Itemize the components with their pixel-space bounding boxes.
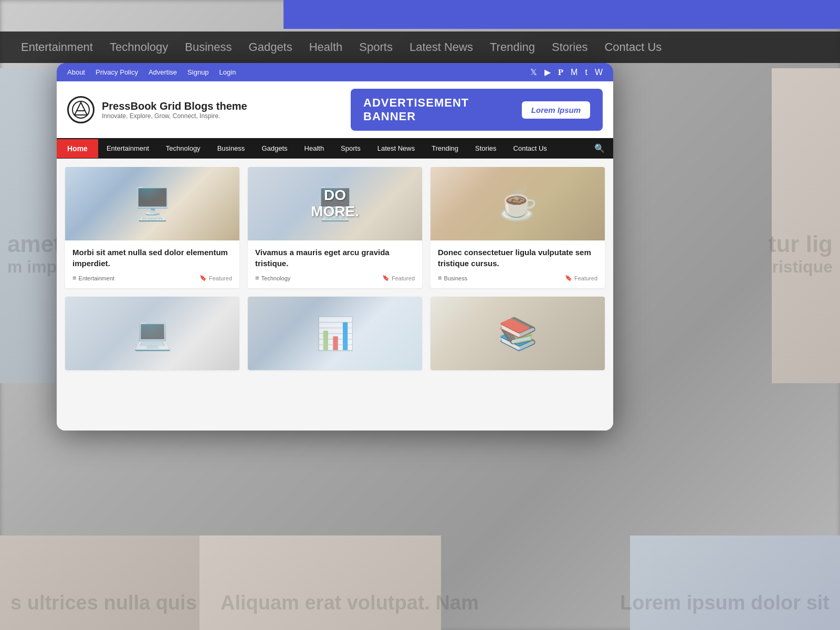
nav-contact-us[interactable]: Contact Us	[505, 139, 555, 158]
wordpress-icon[interactable]: W	[595, 68, 603, 77]
social-links: 𝕏 ▶ 𝐏 M t W	[530, 67, 603, 77]
nav-home[interactable]: Home	[57, 139, 98, 158]
nav-sports[interactable]: Sports	[332, 139, 369, 158]
nav-business[interactable]: Business	[209, 139, 254, 158]
card-1-title: Morbi sit amet nulla sed dolor elementum…	[72, 247, 232, 269]
card-4-image	[65, 297, 239, 370]
bg-bottom-mid	[200, 536, 441, 630]
bg-bottom-text2: Aliquam erat volutpat. Nam	[220, 592, 479, 614]
card-1-image	[65, 167, 239, 240]
pinterest-icon[interactable]: 𝐏	[558, 68, 563, 77]
signup-link[interactable]: Signup	[187, 68, 208, 76]
card-3-meta: Business Featured	[438, 274, 597, 282]
bg-nav-item: Stories	[552, 40, 587, 54]
site-tagline: Innovate, Explore, Grow, Connect, Inspir…	[102, 112, 247, 120]
ad-banner-text: ADVERTISEMENT BANNER	[363, 96, 511, 123]
modal-topbar: About Privacy Policy Advertise Signup Lo…	[57, 63, 613, 81]
card-1-meta: Entertainment Featured	[72, 274, 232, 282]
bg-text-left2: m imp	[7, 257, 57, 277]
bg-nav-item: Entertainment	[21, 40, 93, 54]
advertisement-banner[interactable]: ADVERTISEMENT BANNER Lorem Ipsum	[351, 89, 603, 131]
card-3-body: Donec consectetuer ligula vulputate sem …	[430, 240, 605, 288]
bg-bottom-left	[0, 536, 210, 630]
modal-header: PressBook Grid Blogs theme Innovate, Exp…	[57, 81, 613, 138]
nav-technology[interactable]: Technology	[158, 139, 209, 158]
svg-marker-1	[75, 102, 87, 115]
card-1-category: Entertainment	[72, 274, 114, 282]
nav-trending[interactable]: Trending	[423, 139, 467, 158]
card-3-category: Business	[438, 274, 467, 282]
do-more-text: DOMORE.	[311, 187, 359, 220]
logo-text: PressBook Grid Blogs theme Innovate, Exp…	[102, 100, 247, 120]
bg-image-right	[772, 68, 840, 383]
bg-image-left	[0, 68, 63, 383]
site-name: PressBook Grid Blogs theme	[102, 100, 247, 112]
svg-point-0	[72, 101, 89, 118]
site-logo	[67, 96, 94, 123]
card-3-image	[430, 167, 605, 240]
main-modal: About Privacy Policy Advertise Signup Lo…	[57, 63, 613, 430]
nav-entertainment[interactable]: Entertainment	[98, 139, 158, 158]
about-link[interactable]: About	[67, 68, 85, 76]
card-3-title: Donec consectetuer ligula vulputate sem …	[438, 247, 597, 269]
advertise-link[interactable]: Advertise	[149, 68, 177, 76]
bg-bottom-text3: Lorem ipsum dolor sit	[620, 592, 830, 614]
twitter-icon[interactable]: 𝕏	[530, 67, 537, 77]
card-5-image	[248, 297, 422, 370]
bg-nav-item: Technology	[110, 40, 168, 54]
bg-text-right: tur lig	[769, 231, 833, 257]
bg-bottom-text1: s ultrices nulla quis	[10, 592, 197, 614]
nav-latest-news[interactable]: Latest News	[369, 139, 424, 158]
card-6-image	[430, 297, 605, 370]
card-2-badge: Featured	[382, 275, 415, 281]
main-nav: Home Entertainment Technology Business G…	[57, 138, 613, 159]
logo-svg	[71, 100, 90, 119]
card-2-title: Vivamus a mauris eget arcu gravida trist…	[255, 247, 415, 269]
card-2-body: Vivamus a mauris eget arcu gravida trist…	[248, 240, 422, 288]
card-1: Morbi sit amet nulla sed dolor elementum…	[65, 167, 239, 288]
card-row-1: Morbi sit amet nulla sed dolor elementum…	[65, 167, 605, 288]
card-1-badge: Featured	[200, 275, 232, 281]
nav-stories[interactable]: Stories	[467, 139, 505, 158]
search-icon[interactable]: 🔍	[586, 138, 613, 159]
bg-nav-item: Trending	[490, 40, 535, 54]
card-3: Donec consectetuer ligula vulputate sem …	[430, 167, 605, 288]
card-6	[430, 297, 605, 370]
card-2-meta: Technology Featured	[255, 274, 415, 282]
card-2: DOMORE. Vivamus a mauris eget arcu gravi…	[248, 167, 422, 288]
card-4	[65, 297, 239, 370]
login-link[interactable]: Login	[219, 68, 236, 76]
bg-nav-item: Business	[185, 40, 232, 54]
card-5	[248, 297, 422, 370]
youtube-icon[interactable]: ▶	[544, 67, 551, 77]
bg-nav-item: Latest News	[410, 40, 473, 54]
nav-health[interactable]: Health	[296, 139, 333, 158]
card-2-category: Technology	[255, 274, 290, 282]
topbar-links: About Privacy Policy Advertise Signup Lo…	[67, 68, 236, 76]
logo-area: PressBook Grid Blogs theme Innovate, Exp…	[67, 96, 247, 123]
card-row-2	[65, 297, 605, 370]
privacy-policy-link[interactable]: Privacy Policy	[96, 68, 138, 76]
card-1-body: Morbi sit amet nulla sed dolor elementum…	[65, 240, 239, 288]
background-nav: Entertainment Technology Business Gadget…	[0, 32, 840, 63]
content-area: Morbi sit amet nulla sed dolor elementum…	[57, 159, 613, 430]
bg-nav-item: Gadgets	[249, 40, 292, 54]
bg-nav-item: Contact Us	[604, 40, 662, 54]
bg-nav-item: Health	[309, 40, 343, 54]
bg-bottom-right	[630, 536, 840, 630]
medium-icon[interactable]: M	[571, 68, 578, 77]
nav-gadgets[interactable]: Gadgets	[253, 139, 296, 158]
bg-text-right2: ristique	[772, 257, 833, 277]
card-2-image: DOMORE.	[248, 167, 422, 240]
bg-nav-item: Sports	[359, 40, 393, 54]
card-3-badge: Featured	[565, 275, 597, 281]
ad-banner-button[interactable]: Lorem Ipsum	[522, 101, 590, 119]
tumblr-icon[interactable]: t	[585, 68, 587, 77]
